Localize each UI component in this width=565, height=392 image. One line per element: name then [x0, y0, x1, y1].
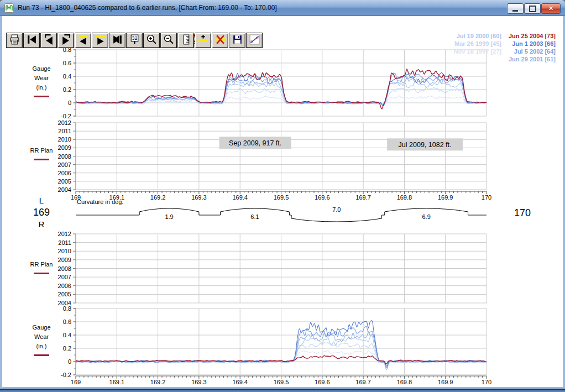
save-icon — [232, 34, 243, 47]
toolbar: 32 — [6, 33, 263, 48]
legend-entry: Jul 5 2002 [64] — [509, 48, 556, 55]
maximize-icon — [529, 6, 536, 12]
gauge-wear-label-top: GaugeWear(in.) — [22, 64, 61, 97]
save-button[interactable] — [229, 33, 245, 48]
side-label-line: (in.) — [22, 83, 61, 92]
section-back-button[interactable] — [40, 33, 57, 48]
section-forward-icon — [60, 34, 72, 47]
remove-highlight-button[interactable] — [212, 33, 228, 48]
step-back-button[interactable] — [23, 33, 40, 48]
rail-mile-block-left: L 169 R — [22, 195, 61, 230]
window-bottom-edge — [0, 387, 565, 392]
rr-plan-text-bottom: RR Plan — [30, 261, 53, 268]
milepost-button[interactable]: 32 — [126, 33, 143, 48]
series-swatch — [34, 354, 49, 356]
section-forward-button[interactable] — [57, 33, 74, 48]
side-label-line: (in.) — [22, 342, 61, 351]
step-back-icon — [26, 34, 38, 47]
zoom-out-button[interactable] — [160, 33, 177, 48]
legend-left-column: Jul 19 2000 [60]Mar 26 1999 [45]Nov 18 1… — [454, 32, 501, 63]
rr-plan-text-top: RR Plan — [30, 147, 53, 154]
legend: Jul 19 2000 [60]Mar 26 1999 [45]Nov 18 1… — [454, 32, 556, 63]
right-rail-label: R — [22, 218, 61, 230]
highlight-forward-button[interactable] — [92, 33, 108, 48]
add-highlight-button[interactable] — [195, 33, 211, 48]
legend-entry: Jul 19 2000 [60] — [454, 32, 501, 40]
legend-entry: Jun 25 2004 [73] — [509, 32, 556, 40]
series-swatch — [34, 96, 49, 97]
section-back-icon — [43, 34, 55, 47]
trend-chart-icon — [249, 34, 260, 47]
highlight-forward-icon — [95, 34, 106, 47]
rr-plan-swatch-top — [34, 159, 49, 160]
minimize-button[interactable] — [507, 3, 524, 14]
side-label-line: Gauge — [22, 64, 61, 74]
legend-entry: Mar 26 1999 [45] — [454, 40, 501, 48]
app-window: Run 73 - HI_1800_040625 compared to 6 ea… — [0, 0, 565, 392]
side-label-line: Wear — [22, 332, 61, 342]
print-button[interactable] — [6, 33, 23, 48]
zoom-out-icon — [163, 34, 175, 47]
remove-highlight-icon — [215, 34, 226, 47]
ruler-button[interactable] — [177, 33, 194, 48]
titlebar[interactable]: Run 73 - HI_1800_040625 compared to 6 ea… — [0, 0, 565, 16]
highlight-back-icon — [77, 34, 89, 47]
window-title: Run 73 - HI_1800_040625 compared to 6 ea… — [18, 4, 277, 12]
window-controls: ✕ — [507, 3, 561, 14]
legend-entry: Jun 1 2003 [66] — [509, 40, 556, 48]
rr-plan-swatch-bottom — [34, 273, 49, 274]
zoom-in-icon — [146, 34, 158, 47]
step-forward-icon — [112, 34, 123, 47]
rr-plan-label-bottom: RR Plan — [22, 260, 61, 274]
svg-text:32: 32 — [132, 35, 137, 41]
printer-icon — [9, 34, 20, 47]
window-content: 32 Jul 19 2000 [60]Mar 26 1999 [45]Nov 1… — [2, 16, 563, 387]
legend-entry: Nov 18 1997 [27] — [454, 48, 501, 55]
zoom-in-button[interactable] — [143, 33, 160, 48]
trend-chart-button[interactable] — [246, 33, 263, 48]
mile-right-label: 170 — [498, 207, 547, 219]
milepost-icon: 32 — [129, 34, 140, 47]
maximize-button[interactable] — [524, 3, 541, 14]
highlight-back-button[interactable] — [75, 33, 91, 48]
legend-entry: Jun 29 2001 [61] — [509, 55, 556, 63]
side-label-line: Wear — [22, 74, 61, 83]
rr-plan-label-top: RR Plan — [22, 146, 61, 160]
legend-right-column: Jun 25 2004 [73]Jun 1 2003 [66]Jul 5 200… — [509, 32, 556, 63]
ruler-icon — [180, 34, 192, 47]
gauge-wear-label-bottom: GaugeWear(in.) — [22, 323, 61, 356]
app-icon — [4, 3, 14, 13]
step-forward-button[interactable] — [109, 33, 125, 48]
left-rail-label: L — [22, 195, 61, 206]
side-label-line: Gauge — [22, 323, 61, 332]
close-icon: ✕ — [548, 6, 553, 12]
minimize-icon — [512, 10, 518, 12]
close-button[interactable]: ✕ — [541, 3, 561, 14]
add-highlight-icon — [197, 34, 209, 47]
mile-left-label: 169 — [22, 206, 61, 218]
